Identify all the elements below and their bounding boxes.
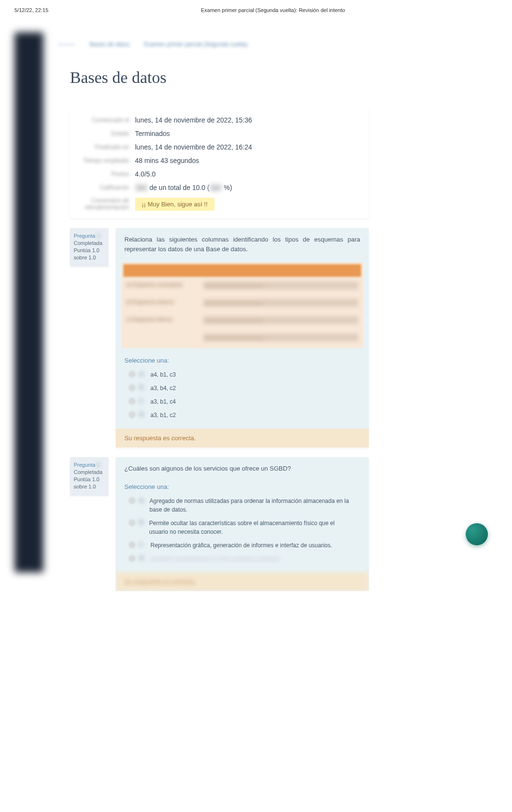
summary-label: Tiempo empleado <box>77 157 135 164</box>
breadcrumb: ——— Bases de datos Examen primer parcial… <box>53 37 419 52</box>
summary-label: Estado <box>77 130 135 137</box>
feedback-badge: ¡¡ Muy Bien, sigue así !! <box>135 198 215 211</box>
question-score: Puntúa 1.0 <box>74 247 105 253</box>
summary-value-started: lunes, 14 de noviembre de 2022, 15:36 <box>135 116 252 124</box>
radio-icon[interactable] <box>129 371 135 377</box>
question-score-max: sobre 1.0 <box>74 484 105 489</box>
summary-value-completed: lunes, 14 de noviembre de 2022, 16:24 <box>135 143 252 151</box>
question-info-panel: Pregunta 1 Completada Puntúa 1.0 sobre 1… <box>70 228 108 267</box>
select-one-label: Seleccione una: <box>116 478 369 492</box>
summary-value-grade: — de un total de 10.0 (— %) <box>135 184 232 191</box>
radio-icon[interactable] <box>129 542 135 548</box>
question-info-panel: Pregunta 2 Completada Puntúa 1.0 sobre 1… <box>70 457 108 496</box>
radio-icon[interactable] <box>129 398 135 404</box>
summary-label: Puntos <box>77 171 135 177</box>
radio-icon[interactable] <box>129 520 135 526</box>
breadcrumb-item[interactable]: ——— <box>58 41 75 48</box>
summary-value-points: 4.0/5.0 <box>135 170 156 178</box>
summary-label: Comentario de retroalimentación <box>77 197 135 211</box>
question-label: Pregunta <box>74 233 95 239</box>
question: Pregunta 2 Completada Puntúa 1.0 sobre 1… <box>70 457 369 591</box>
sidebar-nav[interactable] <box>14 32 43 572</box>
header-datetime: 5/12/22, 22:15 <box>14 7 48 13</box>
answer-option[interactable]: cRepresentación gráfica, generación de i… <box>124 539 360 552</box>
summary-value-timetaken: 48 mins 43 segundos <box>135 157 199 164</box>
question-score-max: sobre 1.0 <box>74 255 105 260</box>
question-text: Relaciona las siguientes columnas identi… <box>116 228 369 258</box>
radio-icon[interactable] <box>129 498 135 503</box>
chat-widget-button[interactable] <box>466 523 488 545</box>
summary-value-state: Terminados <box>135 130 170 137</box>
answer-option[interactable]: bPermite ocultar las características sob… <box>124 516 360 539</box>
question-label: Pregunta <box>74 462 95 468</box>
answer-option[interactable]: ca3, b1, c4 <box>124 395 360 408</box>
attempt-summary: Comenzado el lunes, 14 de noviembre de 2… <box>70 108 369 218</box>
radio-icon[interactable] <box>129 555 135 561</box>
breadcrumb-item[interactable]: Examen primer parcial (Segunda vuelta) <box>144 41 248 48</box>
summary-label: Calificación <box>77 184 135 191</box>
answer-option[interactable]: aa4, b1, c3 <box>124 368 360 381</box>
question-feedback: Su respuesta es correcta. <box>116 429 369 447</box>
select-one-label: Seleccione una: <box>116 352 369 366</box>
summary-label: Comenzado el <box>77 117 135 123</box>
summary-label: Finalizado en <box>77 144 135 150</box>
answer-option[interactable]: da3, b1, c2 <box>124 408 360 422</box>
question-feedback: Su respuesta es correcta. <box>116 572 369 591</box>
question: Pregunta 1 Completada Puntúa 1.0 sobre 1… <box>70 228 369 447</box>
header-title: Examen primer parcial (Segunda vuelta): … <box>201 7 345 13</box>
breadcrumb-item[interactable]: Bases de datos <box>90 41 130 48</box>
page-header: 5/12/22, 22:15 Examen primer parcial (Se… <box>0 0 512 18</box>
question-text: ¿Cuáles son algunos de los servicios que… <box>116 457 369 478</box>
answer-option[interactable]: aAgregado de normas utilizadas para orde… <box>124 494 360 516</box>
matching-table: a) Esquema conceptual——————————— b) Esqu… <box>121 262 363 348</box>
page-title: Bases de datos <box>70 68 419 87</box>
question-status: Completada <box>74 469 105 475</box>
question-status: Completada <box>74 240 105 246</box>
question-score: Puntúa 1.0 <box>74 476 105 482</box>
answer-option[interactable]: d———— —————— — —— ———— ———— <box>124 552 360 566</box>
answer-option[interactable]: ba3, b4, c2 <box>124 381 360 395</box>
radio-icon[interactable] <box>129 412 135 418</box>
radio-icon[interactable] <box>129 385 135 391</box>
